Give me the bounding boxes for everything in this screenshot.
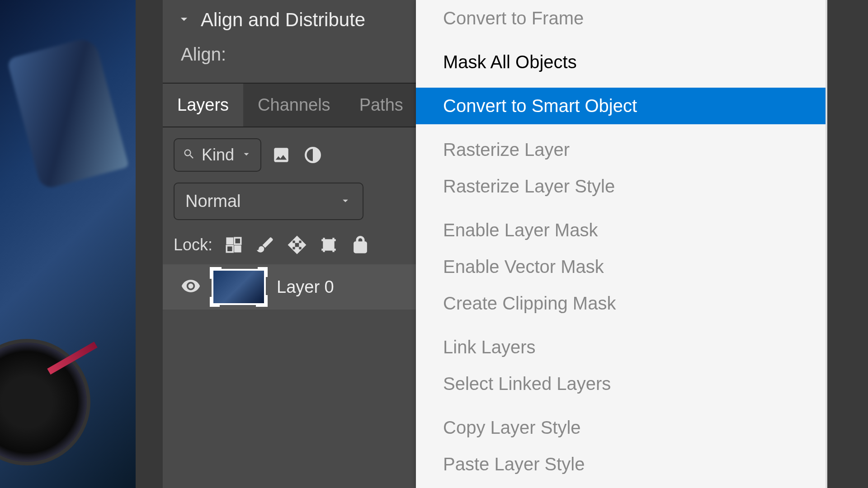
- properties-panel: Align and Distribute Align: Layers Chann…: [163, 0, 416, 488]
- menu-clear-layer-style[interactable]: Clear Layer Style: [416, 483, 826, 488]
- svg-rect-5: [324, 240, 334, 250]
- layer-thumbnail[interactable]: [212, 269, 266, 305]
- layers-panel-empty: [163, 310, 416, 488]
- menu-convert-to-frame[interactable]: Convert to Frame: [416, 0, 826, 37]
- svg-rect-1: [226, 238, 233, 244]
- lock-controls-row: Lock:: [163, 225, 416, 264]
- visibility-icon[interactable]: [181, 276, 201, 298]
- menu-convert-to-smart-object[interactable]: Convert to Smart Object: [416, 88, 826, 124]
- menu-select-linked-layers[interactable]: Select Linked Layers: [416, 366, 826, 402]
- lock-artboard-icon[interactable]: [318, 235, 339, 255]
- lock-all-icon[interactable]: [350, 235, 371, 255]
- layer-row[interactable]: Layer 0: [163, 264, 416, 310]
- menu-create-clipping-mask[interactable]: Create Clipping Mask: [416, 285, 826, 322]
- tab-paths[interactable]: Paths: [345, 84, 418, 127]
- menu-rasterize-layer[interactable]: Rasterize Layer: [416, 131, 826, 168]
- layer-filter-row: Kind: [163, 127, 416, 177]
- align-section-header[interactable]: Align and Distribute: [163, 0, 416, 40]
- lock-transparency-icon[interactable]: [223, 235, 244, 255]
- menu-rasterize-layer-style[interactable]: Rasterize Layer Style: [416, 168, 826, 205]
- menu-mask-all-objects[interactable]: Mask All Objects: [416, 44, 826, 80]
- image-filter-icon[interactable]: [269, 143, 293, 167]
- lock-label: Lock:: [174, 235, 212, 254]
- lock-move-icon[interactable]: [287, 235, 307, 255]
- menu-link-layers[interactable]: Link Layers: [416, 329, 826, 366]
- layer-name[interactable]: Layer 0: [277, 277, 334, 297]
- tab-layers[interactable]: Layers: [163, 84, 243, 127]
- blend-mode-row: Normal: [163, 177, 416, 225]
- blend-mode-value: Normal: [185, 192, 241, 211]
- menu-enable-layer-mask[interactable]: Enable Layer Mask: [416, 212, 826, 249]
- panel-tabs: Layers Channels Paths: [163, 83, 416, 127]
- search-icon: [183, 148, 195, 162]
- chevron-down-icon: [241, 148, 252, 162]
- menu-copy-layer-style[interactable]: Copy Layer Style: [416, 409, 826, 446]
- layer-context-menu: Convert to Frame Mask All Objects Conver…: [416, 0, 827, 488]
- tab-channels[interactable]: Channels: [243, 84, 345, 127]
- section-title: Align and Distribute: [201, 9, 365, 31]
- right-edge: [827, 0, 868, 488]
- align-label: Align:: [163, 40, 416, 83]
- svg-rect-3: [226, 246, 233, 252]
- canvas-image-area[interactable]: [0, 0, 136, 488]
- lock-brush-icon[interactable]: [255, 235, 276, 255]
- adjustment-filter-icon[interactable]: [301, 143, 325, 167]
- menu-enable-vector-mask[interactable]: Enable Vector Mask: [416, 249, 826, 285]
- panel-divider: [136, 0, 163, 488]
- kind-filter-dropdown[interactable]: Kind: [174, 138, 261, 172]
- blend-mode-dropdown[interactable]: Normal: [174, 183, 363, 220]
- chevron-down-icon: [176, 11, 192, 28]
- svg-rect-2: [235, 238, 241, 244]
- chevron-down-icon: [339, 194, 352, 209]
- kind-label: Kind: [202, 145, 234, 164]
- svg-rect-4: [235, 246, 241, 252]
- menu-paste-layer-style[interactable]: Paste Layer Style: [416, 446, 826, 483]
